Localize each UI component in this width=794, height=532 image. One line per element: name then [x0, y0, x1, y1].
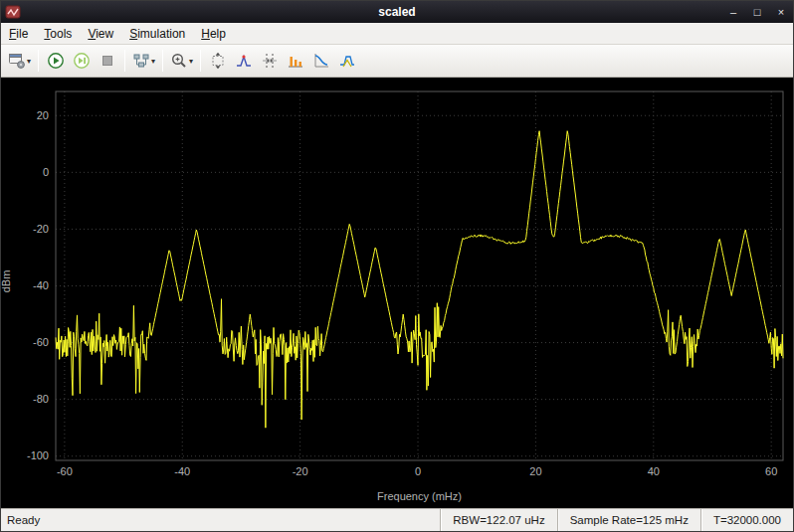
y-axis-label: dBm: [0, 270, 12, 293]
cursor-measurements-button[interactable]: [257, 48, 283, 74]
zoom-button[interactable]: ▾: [167, 48, 196, 74]
spectrum-trace: [56, 131, 783, 429]
distortion-measurements-icon: [287, 52, 304, 70]
autoscale-icon: [209, 52, 227, 70]
x-axis-label: Frequency (mHz): [56, 490, 783, 502]
toolbar-separator: [162, 50, 163, 72]
menu-help[interactable]: Help: [193, 24, 234, 44]
status-rbw: RBW=122.07 uHz: [440, 509, 556, 531]
dropdown-caret-icon: ▾: [27, 57, 31, 66]
window-title: scaled: [1, 5, 793, 19]
y-tick-label: -20: [33, 223, 49, 235]
app-icon: [5, 4, 21, 20]
menubar: File Tools View Simulation Help: [1, 23, 793, 45]
toolbar: ▾: [1, 45, 793, 78]
statusbar: Ready RBW=122.07 uHz Sample Rate=125 mHz…: [1, 508, 793, 531]
close-button[interactable]: ×: [769, 1, 793, 23]
status-time: T=32000.000: [700, 509, 793, 531]
titlebar[interactable]: scaled – □ ×: [1, 1, 793, 23]
x-tick-label: -60: [57, 465, 73, 477]
plot-box: [56, 91, 783, 460]
window-controls: – □ ×: [721, 1, 793, 23]
scope-settings-button[interactable]: ▾: [5, 48, 34, 74]
y-tick-label: -40: [33, 279, 49, 291]
step-forward-button[interactable]: [69, 48, 95, 74]
x-tick-label: 0: [415, 465, 421, 477]
dropdown-caret-icon: ▾: [189, 57, 193, 66]
run-icon: [47, 52, 65, 70]
toolbar-separator: [124, 50, 125, 72]
x-tick-label: 20: [529, 465, 541, 477]
menu-view[interactable]: View: [80, 24, 121, 44]
x-tick-label: -20: [293, 465, 308, 477]
dropdown-caret-icon: ▾: [151, 57, 155, 66]
simulation-mode-button[interactable]: ▾: [129, 48, 158, 74]
spectrum-plot[interactable]: -60-40-200204060-100-80-60-40-20020: [1, 78, 793, 508]
simulation-mode-icon: [132, 52, 150, 70]
spectral-mask-icon: [338, 52, 356, 70]
status-sample-rate: Sample Rate=125 mHz: [557, 509, 700, 531]
toolbar-separator: [38, 50, 39, 72]
step-forward-icon: [73, 52, 91, 70]
y-tick-label: 20: [37, 109, 49, 121]
y-tick-label: -100: [27, 449, 49, 461]
spectrum-analyzer-window: scaled – □ × File Tools View Simulation …: [0, 0, 794, 532]
minimize-button[interactable]: –: [721, 1, 745, 23]
stop-button[interactable]: [95, 48, 120, 74]
toolbar-separator: [200, 50, 201, 72]
plot-area: -60-40-200204060-100-80-60-40-20020 Freq…: [1, 78, 793, 508]
scope-settings-icon: [8, 52, 26, 70]
status-right-group: RBW=122.07 uHz Sample Rate=125 mHz T=320…: [440, 509, 793, 531]
x-tick-label: -40: [174, 465, 190, 477]
peak-finder-button[interactable]: [231, 48, 257, 74]
y-tick-label: -60: [33, 336, 49, 348]
y-tick-label: 0: [43, 166, 49, 178]
y-tick-label: -80: [33, 393, 49, 405]
cursor-measurements-icon: [261, 52, 279, 70]
status-ready: Ready: [1, 514, 40, 526]
stop-icon: [99, 52, 116, 70]
x-tick-label: 40: [648, 465, 660, 477]
maximize-button[interactable]: □: [745, 1, 769, 23]
ccdf-measurements-icon: [312, 52, 330, 70]
x-tick-label: 60: [765, 465, 777, 477]
peak-finder-icon: [235, 52, 253, 70]
zoom-in-icon: [170, 52, 188, 70]
ccdf-measurements-button[interactable]: [308, 48, 334, 74]
menu-simulation[interactable]: Simulation: [121, 24, 193, 44]
run-button[interactable]: [43, 48, 69, 74]
menu-tools[interactable]: Tools: [36, 24, 80, 44]
menu-file[interactable]: File: [1, 24, 36, 44]
autoscale-button[interactable]: [205, 48, 231, 74]
distortion-measurements-button[interactable]: [283, 48, 308, 74]
spectral-mask-button[interactable]: [334, 48, 360, 74]
